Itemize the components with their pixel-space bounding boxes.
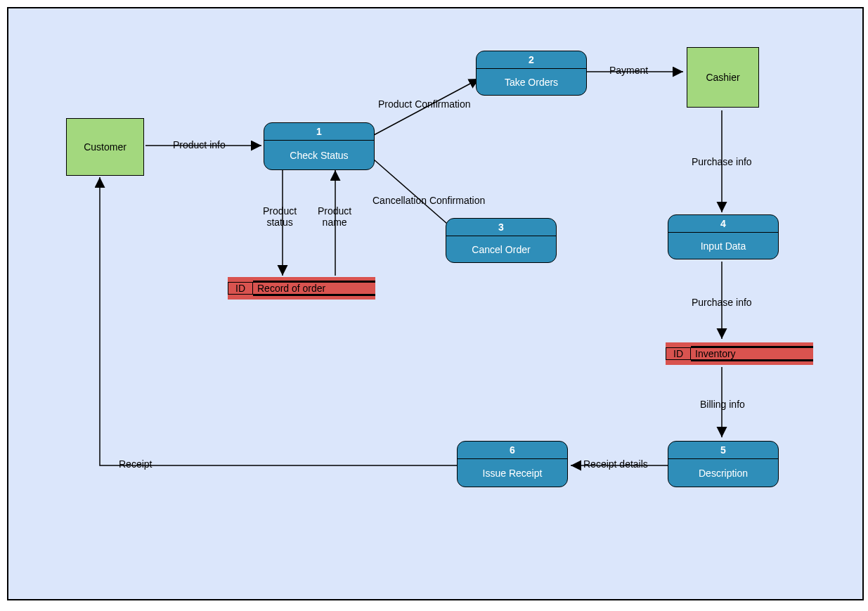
process-1-num: 1	[264, 123, 374, 141]
datastore-inventory: ID Inventory	[666, 342, 813, 365]
process-5-num: 5	[668, 442, 778, 459]
process-2-label: Take Orders	[505, 69, 558, 95]
flow-product-confirmation: Product Confirmation	[378, 98, 471, 110]
process-3-num: 3	[446, 219, 556, 236]
process-2-num: 2	[477, 51, 586, 69]
flow-product-name: Product name	[318, 205, 351, 228]
flow-receipt: Receipt	[119, 458, 152, 470]
process-4-num: 4	[668, 215, 778, 233]
flow-payment: Payment	[609, 65, 648, 76]
process-4: 4 Input Data	[668, 214, 779, 259]
process-5: 5 Description	[668, 441, 779, 487]
flow-cancellation-confirmation: Cancellation Confirmation	[373, 195, 485, 206]
datastore-record-order-name: Record of order	[253, 281, 375, 296]
datastore-record-order: ID Record of order	[228, 277, 375, 300]
process-6: 6 Issue Receipt	[457, 441, 568, 487]
process-1: 1 Check Status	[264, 122, 375, 170]
flow-receipt-details: Receipt details	[583, 458, 648, 470]
process-1-label: Check Status	[290, 141, 348, 169]
flow-purchase-info-2: Purchase info	[692, 297, 752, 308]
process-6-label: Issue Receipt	[483, 459, 543, 487]
flow-product-status: Product status	[263, 205, 297, 228]
process-3-label: Cancel Order	[472, 236, 530, 262]
flow-purchase-info-1: Purchase info	[692, 156, 752, 167]
entity-cashier: Cashier	[687, 47, 759, 108]
diagram-frame: Customer Cashier 1 Check Status 2 Take O…	[0, 0, 868, 611]
process-2: 2 Take Orders	[476, 51, 587, 96]
process-3: 3 Cancel Order	[446, 218, 557, 263]
diagram-canvas: Customer Cashier 1 Check Status 2 Take O…	[7, 7, 864, 600]
entity-customer: Customer	[66, 118, 144, 176]
datastore-inventory-name: Inventory	[691, 346, 813, 361]
process-5-label: Description	[699, 459, 748, 487]
flow-billing-info: Billing info	[700, 399, 745, 410]
flow-product-info: Product info	[173, 139, 226, 150]
datastore-record-order-id: ID	[228, 282, 253, 295]
process-6-num: 6	[458, 442, 567, 459]
datastore-inventory-id: ID	[666, 347, 691, 360]
process-4-label: Input Data	[701, 233, 746, 259]
